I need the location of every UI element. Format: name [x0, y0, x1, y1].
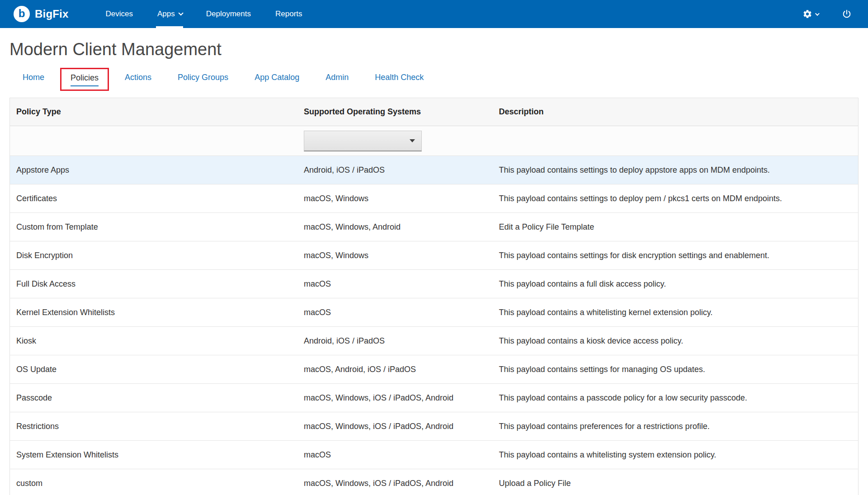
policy-type-cell: Full Disk Access	[10, 279, 297, 289]
power-icon	[842, 9, 852, 19]
column-header-description: Description	[492, 107, 858, 117]
column-header-supported-os: Supported Operating Systems	[297, 107, 492, 117]
tab-bar: Home Policies Actions Policy Groups App …	[9, 67, 868, 91]
supported-os-cell: macOS, Windows, iOS / iPadOS, Android	[297, 393, 492, 403]
tab-label: Actions	[125, 73, 151, 86]
table-row[interactable]: custom macOS, Windows, iOS / iPadOS, And…	[10, 469, 858, 495]
supported-os-cell: macOS, Android, iOS / iPadOS	[297, 365, 492, 374]
topbar-right-icons	[802, 0, 854, 28]
tab-health-check[interactable]: Health Check	[362, 67, 437, 91]
tab-policy-groups[interactable]: Policy Groups	[165, 67, 241, 91]
tab-label: App Catalog	[255, 73, 299, 86]
description-cell: This payload contains settings for manag…	[492, 365, 858, 374]
supported-os-cell: macOS, Windows	[297, 251, 492, 260]
logout-button[interactable]	[842, 9, 852, 19]
supported-os-cell: macOS	[297, 308, 492, 317]
policy-type-cell: Disk Encryption	[10, 251, 297, 260]
bigfix-logo-icon: b	[14, 6, 30, 22]
settings-menu-button[interactable]	[802, 9, 818, 19]
table-row[interactable]: Certificates macOS, Windows This payload…	[10, 184, 858, 213]
description-cell: This payload contains a whitelisting sys…	[492, 450, 858, 460]
supported-os-cell: macOS, Windows, iOS / iPadOS, Android	[297, 479, 492, 488]
page-title: Modern Client Management	[9, 40, 868, 59]
policies-table: Policy Type Supported Operating Systems …	[9, 98, 859, 495]
tab-label: Health Check	[375, 73, 424, 86]
table-row[interactable]: Passcode macOS, Windows, iOS / iPadOS, A…	[10, 384, 858, 412]
description-cell: This payload contains settings to deploy…	[492, 194, 858, 203]
tab-app-catalog[interactable]: App Catalog	[241, 67, 312, 91]
table-row[interactable]: Full Disk Access macOS This payload cont…	[10, 270, 858, 298]
policy-type-cell: Kiosk	[10, 336, 297, 346]
nav-item-deployments[interactable]: Deployments	[194, 0, 263, 28]
tab-home[interactable]: Home	[9, 67, 57, 91]
description-cell: This payload contains a full disk access…	[492, 279, 858, 289]
tab-label: Home	[23, 73, 44, 86]
table-row[interactable]: Kernel Extension Whitelists macOS This p…	[10, 298, 858, 327]
policy-type-cell: custom	[10, 479, 297, 488]
supported-os-cell: Android, iOS / iPadOS	[297, 336, 492, 346]
policy-type-cell: Appstore Apps	[10, 165, 297, 175]
policy-type-cell: Restrictions	[10, 422, 297, 431]
table-row[interactable]: OS Update macOS, Android, iOS / iPadOS T…	[10, 355, 858, 384]
table-row[interactable]: Appstore Apps Android, iOS / iPadOS This…	[10, 156, 858, 184]
description-cell: This payload contains settings to deploy…	[492, 165, 858, 175]
nav-item-label: Devices	[106, 9, 133, 19]
policy-type-cell: OS Update	[10, 365, 297, 374]
policy-type-cell: Passcode	[10, 393, 297, 403]
supported-os-cell: Android, iOS / iPadOS	[297, 165, 492, 175]
chevron-down-icon	[815, 11, 820, 16]
supported-os-cell: macOS	[297, 279, 492, 289]
caret-down-icon	[410, 139, 415, 142]
supported-os-cell: macOS, Windows	[297, 194, 492, 203]
description-cell: This payload contains preferences for a …	[492, 422, 858, 431]
supported-os-cell: macOS, Windows, Android	[297, 222, 492, 232]
policy-type-cell: Custom from Template	[10, 222, 297, 232]
main-nav: Devices Apps Deployments Reports	[94, 0, 315, 28]
policy-type-cell: Kernel Extension Whitelists	[10, 308, 297, 317]
description-cell: Upload a Policy File	[492, 479, 858, 488]
table-header-row: Policy Type Supported Operating Systems …	[10, 98, 858, 126]
table-row[interactable]: Custom from Template macOS, Windows, And…	[10, 213, 858, 241]
table-row[interactable]: Kiosk Android, iOS / iPadOS This payload…	[10, 327, 858, 355]
chevron-down-icon	[178, 10, 183, 15]
tab-policies[interactable]: Policies	[60, 68, 109, 91]
description-cell: This payload contains a passcode policy …	[492, 393, 858, 403]
os-filter-dropdown[interactable]	[304, 131, 422, 151]
gear-icon	[802, 9, 812, 19]
brand-name: BigFix	[35, 8, 69, 20]
tab-label: Policies	[71, 73, 99, 86]
tab-actions[interactable]: Actions	[112, 67, 165, 91]
filter-cell-os	[297, 131, 492, 151]
tab-admin[interactable]: Admin	[312, 67, 362, 91]
supported-os-cell: macOS, Windows, iOS / iPadOS, Android	[297, 422, 492, 431]
nav-item-label: Deployments	[206, 9, 251, 19]
policy-type-cell: Certificates	[10, 194, 297, 203]
nav-item-apps[interactable]: Apps	[145, 0, 194, 28]
tab-label: Policy Groups	[178, 73, 228, 86]
supported-os-cell: macOS	[297, 450, 492, 460]
table-row[interactable]: System Extension Whitelists macOS This p…	[10, 441, 858, 469]
tab-label: Admin	[326, 73, 349, 86]
description-cell: This payload contains a kiosk device acc…	[492, 336, 858, 346]
top-navigation-bar: b BigFix Devices Apps Deployments Report…	[0, 0, 868, 28]
nav-item-label: Reports	[275, 9, 302, 19]
description-cell: This payload contains settings for disk …	[492, 251, 858, 260]
nav-item-reports[interactable]: Reports	[263, 0, 315, 28]
table-row[interactable]: Disk Encryption macOS, Windows This payl…	[10, 241, 858, 270]
description-cell: This payload contains a whitelisting ker…	[492, 308, 858, 317]
nav-item-label: Apps	[157, 9, 175, 19]
table-filter-row	[10, 126, 858, 156]
column-header-policy-type: Policy Type	[10, 107, 297, 117]
nav-item-devices[interactable]: Devices	[94, 0, 145, 28]
bigfix-brand[interactable]: b BigFix	[14, 0, 69, 28]
description-cell: Edit a Policy File Template	[492, 222, 858, 232]
table-row[interactable]: Restrictions macOS, Windows, iOS / iPadO…	[10, 412, 858, 441]
policy-type-cell: System Extension Whitelists	[10, 450, 297, 460]
